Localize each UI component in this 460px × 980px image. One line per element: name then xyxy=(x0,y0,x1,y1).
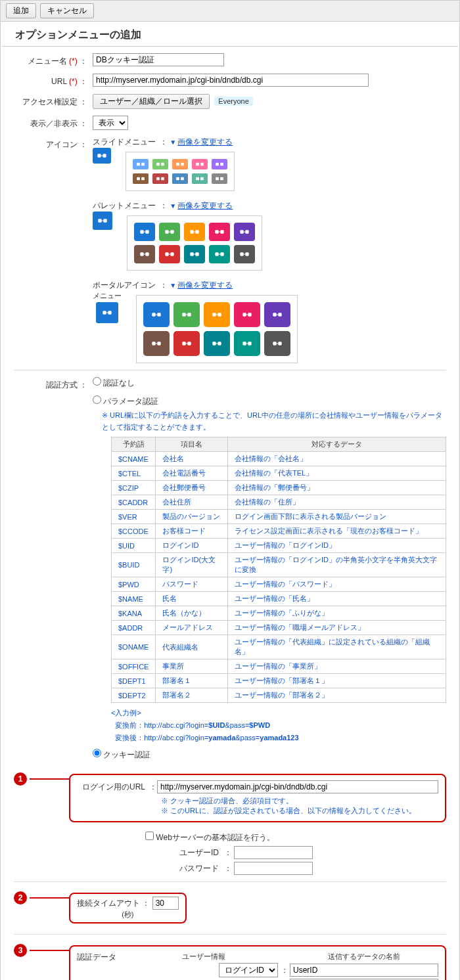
icon-option-3[interactable] xyxy=(234,302,260,327)
svg-rect-57 xyxy=(157,342,160,345)
login-url-input[interactable] xyxy=(157,780,438,793)
svg-rect-54 xyxy=(273,313,276,316)
table-row: $UIDログインIDユーザー情報の「ログインID」 xyxy=(112,539,446,553)
visibility-select[interactable]: 表示 xyxy=(93,116,128,130)
svg-rect-2 xyxy=(137,163,140,166)
menu-name-input[interactable] xyxy=(93,53,224,66)
icon-option-6[interactable] xyxy=(173,331,200,356)
table-row: $CZIP会社郵便番号会社情報の「郵便番号」 xyxy=(112,481,446,495)
auth-hdr1: ユーザー情報 xyxy=(129,952,278,962)
svg-rect-37 xyxy=(170,252,173,256)
svg-rect-21 xyxy=(220,177,223,181)
svg-rect-58 xyxy=(182,342,185,345)
svg-rect-31 xyxy=(220,230,223,233)
icon-option-2[interactable] xyxy=(172,159,188,169)
palette-icon-grid xyxy=(127,215,262,271)
timeout-input[interactable] xyxy=(152,897,179,910)
icon-option-3[interactable] xyxy=(192,159,208,169)
triangle-icon-2: ▼ xyxy=(170,202,176,210)
url-input[interactable] xyxy=(93,74,369,87)
auth-hdr2: 送信するデータの名前 xyxy=(290,952,438,962)
icon-option-8[interactable] xyxy=(234,331,260,356)
svg-rect-26 xyxy=(165,230,168,233)
icon-option-1[interactable] xyxy=(173,302,200,327)
slide-change-link[interactable]: 画像を変更する xyxy=(177,137,233,146)
example-before: http://abc.cgi?login=$UID&pass=$PWD xyxy=(144,721,270,729)
portal-change-link[interactable]: 画像を変更する xyxy=(177,280,233,290)
icon-option-6[interactable] xyxy=(152,173,168,184)
auth-param-radio[interactable] xyxy=(93,395,101,404)
table-row: $VER製品のバージョンログイン画面下部に表示される製品バージョン xyxy=(112,510,446,524)
palette-change-link[interactable]: 画像を変更する xyxy=(177,201,233,210)
svg-rect-8 xyxy=(196,163,199,166)
svg-rect-56 xyxy=(152,342,155,345)
auth-none-radio-label[interactable]: 認証なし xyxy=(93,378,135,388)
triangle-icon-3: ▼ xyxy=(170,282,176,289)
icon-option-2[interactable] xyxy=(204,302,230,327)
icon-option-0[interactable] xyxy=(143,302,170,327)
auth-param-radio-label[interactable]: パラメータ認証 xyxy=(93,397,158,406)
svg-rect-33 xyxy=(245,230,248,233)
example-before-lbl: 変換前： xyxy=(115,721,144,729)
icon-option-6[interactable] xyxy=(159,245,180,263)
svg-rect-15 xyxy=(161,177,164,181)
icon-option-5[interactable] xyxy=(143,331,170,356)
svg-rect-47 xyxy=(157,313,160,316)
icon-option-3[interactable] xyxy=(209,223,230,241)
cancel-button[interactable]: キャンセル xyxy=(40,3,94,18)
icon-option-7[interactable] xyxy=(204,331,230,356)
auth-cookie-radio[interactable] xyxy=(93,749,101,757)
basic-auth-checkbox[interactable] xyxy=(145,832,154,840)
svg-rect-4 xyxy=(156,163,160,166)
table-row: $PWDパスワードユーザー情報の「パスワード」 xyxy=(112,577,446,592)
icon-option-0[interactable] xyxy=(133,159,149,169)
password-input[interactable] xyxy=(234,862,313,875)
icon-option-8[interactable] xyxy=(209,245,230,263)
icon-option-9[interactable] xyxy=(234,245,255,263)
auth-userinfo-select[interactable]: ログインID xyxy=(219,963,278,977)
icon-option-7[interactable] xyxy=(172,173,188,184)
svg-rect-19 xyxy=(200,177,204,181)
svg-rect-16 xyxy=(176,177,179,181)
portal-sub-label: メニュー xyxy=(93,291,122,301)
icon-option-7[interactable] xyxy=(184,245,205,263)
icon-option-4[interactable] xyxy=(212,159,227,169)
add-button[interactable]: 追加 xyxy=(6,3,36,18)
auth-none-radio[interactable] xyxy=(93,377,101,386)
access-tag-everyone[interactable]: Everyone xyxy=(214,97,252,106)
icon-option-0[interactable] xyxy=(134,223,155,241)
portal-selected-icon xyxy=(96,302,118,323)
icon-option-9[interactable] xyxy=(212,173,227,184)
access-select-button[interactable]: ユーザー／組織／ロール選択 xyxy=(93,94,210,109)
icon-option-5[interactable] xyxy=(134,245,155,263)
svg-rect-27 xyxy=(170,230,173,233)
svg-rect-45 xyxy=(108,311,111,314)
svg-rect-18 xyxy=(196,177,199,181)
basic-auth-checkbox-label[interactable]: Webサーバーの基本認証を行う。 xyxy=(145,833,275,842)
login-url-note2: ※ このURLに、認証が設定されている場合、以下の情報を入力してください。 xyxy=(161,806,438,816)
icon-option-9[interactable] xyxy=(264,331,290,356)
svg-rect-11 xyxy=(220,163,223,166)
icon-option-1[interactable] xyxy=(152,159,168,169)
svg-rect-34 xyxy=(140,252,143,256)
password-label: パスワード xyxy=(145,863,224,874)
icon-option-8[interactable] xyxy=(192,173,208,184)
icon-option-2[interactable] xyxy=(184,223,205,241)
icon-option-5[interactable] xyxy=(133,173,149,184)
table-row: $CCODEお客様コードライセンス設定画面に表示される「現在のお客様コード」 xyxy=(112,524,446,539)
palette-menu-label: パレットメニュー xyxy=(93,200,160,212)
step-1-badge: 1 xyxy=(14,772,27,786)
palette-selected-icon xyxy=(93,212,112,230)
auth-cookie-radio-label[interactable]: クッキー認証 xyxy=(93,750,150,759)
slide-selected-icon xyxy=(93,148,111,164)
menu-name-label: メニュー名 xyxy=(28,56,67,66)
svg-rect-40 xyxy=(215,252,218,256)
icon-option-1[interactable] xyxy=(159,223,180,241)
login-url-label: ログイン用のURL xyxy=(77,782,149,793)
svg-rect-14 xyxy=(156,177,160,181)
svg-rect-52 xyxy=(242,313,246,316)
userid-input[interactable] xyxy=(234,846,313,859)
icon-option-4[interactable] xyxy=(264,302,290,327)
icon-option-4[interactable] xyxy=(234,223,255,241)
auth-userid-name-input[interactable] xyxy=(290,964,438,977)
